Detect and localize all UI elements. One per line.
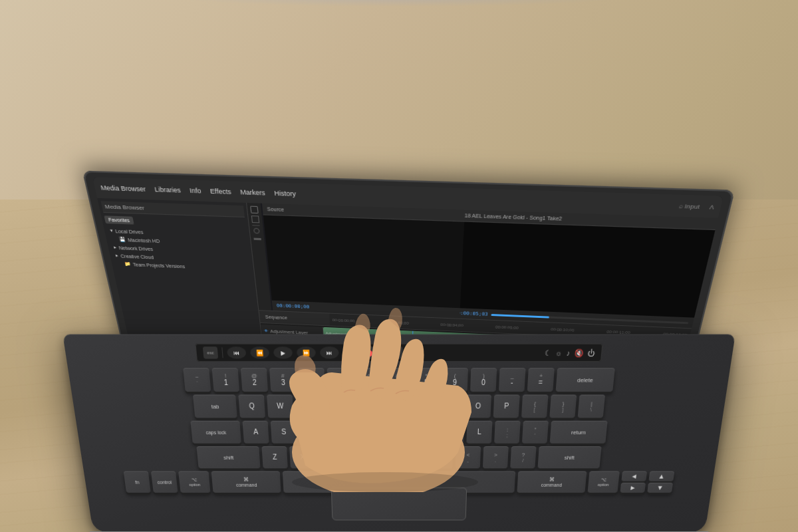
- key-equal[interactable]: +=: [527, 368, 555, 392]
- hand-svg: [245, 306, 525, 492]
- key-control[interactable]: control: [151, 471, 178, 492]
- sequence-title: 2018 AEL Leaves Are Gold - Song1 Take2: [458, 213, 562, 221]
- menu-lambda: Λ: [709, 203, 715, 211]
- key-option-right[interactable]: ⌥option: [588, 471, 620, 492]
- key-quote[interactable]: "': [522, 421, 549, 444]
- chevron-icon: ▾: [110, 228, 114, 234]
- menu-media-browser[interactable]: Media Browser: [100, 184, 146, 193]
- tool-divider: [252, 225, 259, 225]
- menu-info[interactable]: Info: [189, 187, 201, 195]
- key-rbracket[interactable]: }]: [549, 394, 577, 418]
- source-title: Source: [267, 206, 284, 212]
- key-delete[interactable]: delete: [556, 368, 615, 392]
- key-caps-lock[interactable]: caps lock: [190, 421, 241, 444]
- key-lbracket[interactable]: {[: [521, 394, 549, 418]
- arrow-keys-updown: ▲ ▼: [647, 471, 674, 492]
- chevron-icon-3: ▸: [115, 253, 119, 258]
- key-shift-right[interactable]: shift: [537, 446, 601, 468]
- tool-razor[interactable]: [251, 215, 259, 223]
- key-return[interactable]: return: [550, 421, 608, 444]
- svg-point-1: [292, 472, 478, 492]
- tb-esc[interactable]: esc: [203, 346, 218, 358]
- tb-mute[interactable]: 🔇: [574, 348, 583, 357]
- key-arrow-down[interactable]: ▼: [647, 483, 673, 493]
- screen-glow: [166, 0, 632, 7]
- tb-divider: [221, 347, 223, 358]
- key-command-right[interactable]: ⌘command: [517, 471, 587, 492]
- tool-select[interactable]: [250, 206, 259, 213]
- key-fn[interactable]: fn: [124, 471, 151, 492]
- menu-history[interactable]: History: [274, 190, 296, 198]
- key-backtick[interactable]: ~`: [183, 368, 211, 392]
- menu-effects[interactable]: Effects: [209, 188, 231, 196]
- drive-icon: 💾: [118, 237, 126, 243]
- hand-overlay: [245, 306, 525, 492]
- key-arrow-up[interactable]: ▲: [648, 471, 674, 481]
- chevron-icon-2: ▸: [113, 245, 117, 250]
- tab-favorites[interactable]: Favorites: [104, 215, 134, 224]
- tb-power[interactable]: ⏻: [587, 348, 595, 357]
- key-backslash[interactable]: |\: [578, 394, 605, 418]
- tb-brightness[interactable]: ☾: [545, 348, 552, 357]
- key-option-left[interactable]: ⌥option: [178, 471, 210, 492]
- search-bar[interactable]: ⌕ Input: [678, 202, 700, 210]
- tool-slip[interactable]: [253, 228, 260, 234]
- panel-header: Media Browser: [101, 201, 245, 217]
- key-1[interactable]: !1: [212, 368, 240, 392]
- key-arrow-left[interactable]: ◄: [621, 471, 647, 481]
- key-tab[interactable]: tab: [193, 394, 237, 418]
- trackpad[interactable]: [331, 487, 467, 521]
- arrow-keys-leftright: ◄ ►: [620, 471, 647, 492]
- menu-markers[interactable]: Markers: [240, 188, 266, 197]
- tool-slide[interactable]: [253, 235, 261, 243]
- scene: Media Browser Libraries Info Effects Mar…: [0, 0, 798, 532]
- tb-volume[interactable]: ♪: [566, 348, 570, 357]
- folder-icon: 📁: [124, 261, 131, 267]
- tb-brightness2[interactable]: ☼: [555, 348, 563, 357]
- tb-prev[interactable]: ⏮: [227, 346, 247, 358]
- menu-libraries[interactable]: Libraries: [154, 186, 182, 194]
- key-arrow-right[interactable]: ►: [620, 483, 646, 493]
